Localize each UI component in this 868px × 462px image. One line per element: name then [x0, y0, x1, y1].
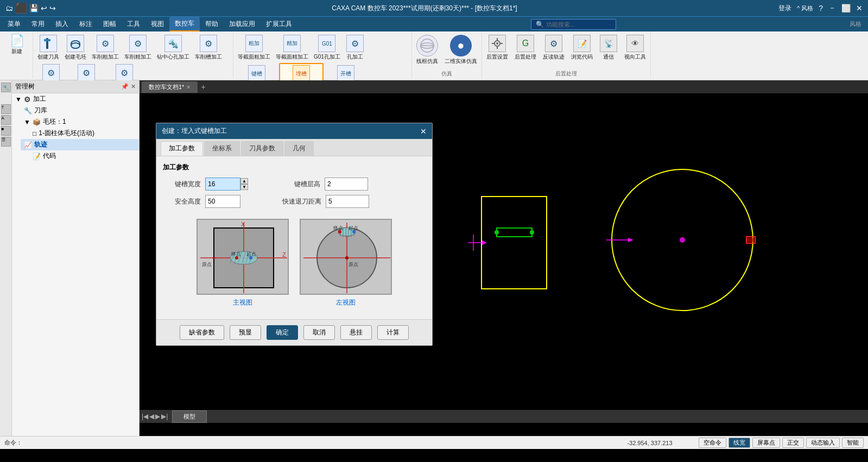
- toolbar-g01-drill-btn[interactable]: G01 G01孔加工: [312, 34, 343, 62]
- canvas-tab-add-btn[interactable]: +: [201, 83, 205, 91]
- front-view-container: X Z: [197, 219, 289, 307]
- toolbar-new-button[interactable]: 📄 新建: [3, 34, 30, 56]
- toolbar-create-tool-btn[interactable]: 创建刀具: [35, 34, 61, 62]
- tree-item-code[interactable]: 📝 代码: [29, 150, 139, 162]
- canvas-tab-doc1[interactable]: 数控车文档1* ✕: [142, 81, 198, 93]
- coordinates: -32.954, 337.213: [606, 440, 693, 446]
- nav-last-btn[interactable]: ▶|: [161, 413, 168, 420]
- toolbar-create-stock-btn[interactable]: 创建毛坯: [62, 34, 88, 62]
- menu-gongju[interactable]: 工具: [122, 17, 145, 31]
- safe-height-input[interactable]: [205, 195, 240, 208]
- toolbar-solid-sim-btn[interactable]: ● 二维实体仿真: [442, 34, 479, 66]
- svg-rect-1: [44, 39, 50, 41]
- menu-jiazai[interactable]: 加载应用: [224, 17, 261, 31]
- toolbar-post-process-btn[interactable]: G 后置处理: [512, 34, 538, 62]
- nav-prev-btn[interactable]: ◀: [149, 413, 154, 420]
- key-width-spin-down[interactable]: ▼: [240, 184, 248, 190]
- menu-charu[interactable]: 插入: [50, 17, 74, 31]
- tree-item-cylinder-stock[interactable]: □ 1-圆柱体毛坯(活动): [29, 128, 139, 139]
- key-width-label: 键槽宽度: [163, 180, 201, 189]
- left-tb-btn-4[interactable]: ■: [1, 126, 11, 136]
- status-linewidth[interactable]: 线宽: [728, 438, 750, 448]
- sidebar-close-btn[interactable]: ✕: [131, 83, 136, 90]
- status-smart[interactable]: 智能: [842, 438, 864, 448]
- status-dynamic-input[interactable]: 动态输入: [806, 438, 840, 448]
- toolbar-rough-turn-btn[interactable]: ⚙ 车削粗加工: [90, 34, 121, 62]
- toolbar-groove-turn-btn[interactable]: ⚙ 车削槽加工: [193, 34, 224, 62]
- sidebar-pin-btn[interactable]: 📌: [121, 83, 129, 90]
- nav-next-btn[interactable]: ▶: [155, 413, 160, 420]
- model-tab[interactable]: 模型: [172, 410, 207, 423]
- canvas-tab-close-btn[interactable]: ✕: [186, 84, 191, 90]
- menu-kuozhan[interactable]: 扩展工具: [261, 17, 297, 31]
- menu-caidan[interactable]: 菜单: [2, 17, 26, 31]
- cad-canvas[interactable]: 创建：埋入式键槽加工 ✕ 加工参数 坐标系 刀具参数 几何 加工参数: [140, 93, 868, 436]
- toolbar-drill-center-btn[interactable]: 🔩 钻中心孔加工: [155, 34, 192, 62]
- login-btn[interactable]: 登录: [778, 4, 791, 13]
- svg-rect-11: [481, 197, 547, 289]
- retract-input[interactable]: [326, 195, 369, 208]
- default-params-btn[interactable]: 缺省参数: [180, 325, 224, 340]
- post-label: 后置处理: [484, 69, 648, 78]
- tree-item-stock[interactable]: ▼ 📦 毛坯：1: [21, 116, 139, 128]
- tree-item-toollib[interactable]: 🔧 刀库: [21, 105, 139, 116]
- sidebar: 管理树 📌 ✕ ▼ ⚙ 加工 🔧 刀库 ▼ 📦 毛坯：1 □ 1-圆柱体毛坯(活…: [12, 80, 140, 436]
- menu-shitu[interactable]: 视图: [145, 17, 169, 31]
- menu-bangzhu[interactable]: 帮助: [200, 17, 224, 31]
- dialog-tab-coords[interactable]: 坐标系: [204, 141, 240, 156]
- left-tb-btn-3[interactable]: A: [1, 115, 11, 125]
- menu-shukongche[interactable]: 数控车: [169, 17, 200, 31]
- dialog-tab-geometry[interactable]: 几何: [284, 141, 314, 156]
- dialog-close-btn[interactable]: ✕: [420, 127, 427, 136]
- tree-item-machining[interactable]: ▼ ⚙ 加工: [12, 93, 139, 105]
- help-btn[interactable]: ?: [819, 4, 823, 12]
- toolbar-post-settings-btn[interactable]: 后置设置: [484, 34, 510, 62]
- dialog-tab-machining[interactable]: 加工参数: [161, 141, 203, 156]
- toolbar-equal-rough-btn[interactable]: 粗加 等截面粗加工: [236, 34, 273, 62]
- left-tb-btn-2[interactable]: T: [1, 104, 11, 114]
- search-input[interactable]: [546, 21, 611, 28]
- dialog-tab-tool[interactable]: 刀具参数: [241, 141, 283, 156]
- left-tb-btn-5[interactable]: ☰: [1, 137, 11, 147]
- menu-biaozhu[interactable]: 标注: [74, 17, 98, 31]
- trajectory-icon: 📈: [24, 141, 32, 149]
- calculate-btn[interactable]: 计算: [377, 325, 409, 340]
- front-view-box: X Z: [197, 219, 289, 295]
- left-view-label: 左视图: [336, 298, 356, 307]
- toolbar-backtrack-btn[interactable]: ⚙ 反读轨迹: [541, 34, 567, 62]
- toolbar-finish-turn-btn[interactable]: ⚙ 车削精加工: [122, 34, 154, 62]
- status-ortho[interactable]: 正交: [782, 438, 804, 448]
- toolbar-comm-btn[interactable]: 📡 通信: [597, 34, 620, 62]
- key-width-spin: ▲ ▼: [240, 178, 248, 190]
- key-height-input[interactable]: [325, 178, 368, 191]
- restore-btn[interactable]: ⬜: [841, 4, 851, 12]
- toolbar-equal-finish-btn[interactable]: 精加 等截面精加工: [274, 34, 311, 62]
- command-label: 命令：: [4, 439, 22, 447]
- nav-first-btn[interactable]: |◀: [142, 413, 148, 420]
- cylinder-icon: □: [33, 130, 36, 137]
- key-width-spin-up[interactable]: ▲: [240, 178, 248, 184]
- code-icon: 📝: [33, 153, 41, 160]
- style-btn[interactable]: ^ 风格: [797, 4, 813, 12]
- toolbar-hole-btn[interactable]: ⚙ 孔加工: [344, 34, 366, 62]
- key-width-input[interactable]: [205, 178, 240, 191]
- left-tb-btn-1[interactable]: 🔧: [1, 83, 11, 92]
- diagram-area: X Z: [163, 213, 426, 313]
- toolbar-wireframe-sim-btn[interactable]: 线框仿真: [414, 34, 440, 66]
- tree-item-trajectory[interactable]: 📈 轨迹: [21, 139, 139, 150]
- preview-btn[interactable]: 预显: [230, 325, 261, 340]
- toolbar-view-tool-btn[interactable]: 👁 视向工具: [622, 34, 648, 62]
- svg-text:Z: Z: [282, 251, 286, 258]
- minimize-btn[interactable]: －: [828, 3, 836, 13]
- titlebar: 🗂 ⬛ 💾 ↩ ↪ CAXA CAM 数控车 2023***试用期(还剩30天)…: [0, 0, 868, 16]
- status-empty-cmd[interactable]: 空命令: [699, 438, 726, 448]
- close-btn[interactable]: ✕: [856, 4, 863, 12]
- status-screen-point[interactable]: 屏幕点: [752, 438, 780, 448]
- new-icon: 📄: [10, 35, 24, 47]
- cancel-btn[interactable]: 取消: [303, 325, 335, 340]
- menu-changyong[interactable]: 常用: [26, 17, 50, 31]
- suspend-btn[interactable]: 悬挂: [340, 325, 372, 340]
- toolbar-browse-code-btn[interactable]: 📝 浏览代码: [569, 34, 595, 62]
- menu-tufu[interactable]: 图幅: [98, 17, 122, 31]
- confirm-btn[interactable]: 确定: [267, 325, 298, 340]
